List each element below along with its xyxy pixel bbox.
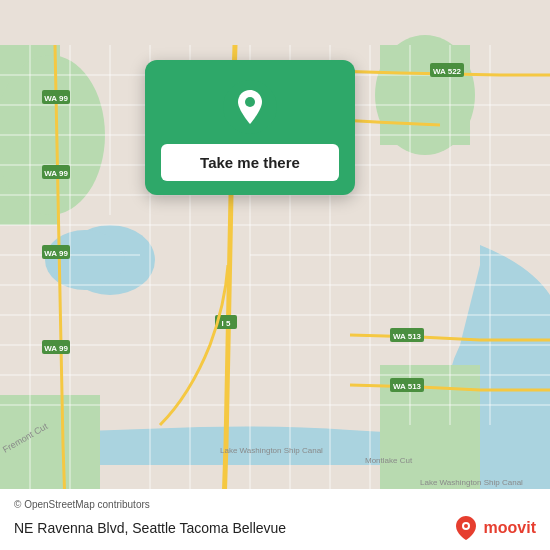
svg-point-61: [464, 524, 468, 528]
svg-text:WA 99: WA 99: [44, 169, 68, 178]
svg-text:WA 99: WA 99: [44, 344, 68, 353]
svg-text:WA 99: WA 99: [44, 94, 68, 103]
take-me-there-button[interactable]: Take me there: [161, 144, 339, 181]
svg-point-6: [375, 35, 475, 155]
svg-text:WA 522: WA 522: [433, 67, 462, 76]
map-container: I 5 I 5 WA 99 WA 99 WA 99 WA 99 WA 522 W…: [0, 0, 550, 550]
svg-text:Lake Washington Ship Canal: Lake Washington Ship Canal: [220, 446, 323, 455]
navigation-card: Take me there: [145, 60, 355, 195]
map-attribution: © OpenStreetMap contributors: [14, 499, 536, 510]
svg-text:Lake Washington Ship Canal: Lake Washington Ship Canal: [420, 478, 523, 487]
svg-text:WA 513: WA 513: [393, 332, 422, 341]
svg-point-2: [45, 230, 125, 290]
moovit-brand-text: moovit: [484, 519, 536, 537]
svg-text:WA 513: WA 513: [393, 382, 422, 391]
svg-text:I 5: I 5: [222, 319, 231, 328]
moovit-brand-icon: [452, 514, 480, 542]
svg-text:WA 99: WA 99: [44, 249, 68, 258]
moovit-logo: moovit: [452, 514, 536, 542]
location-label: NE Ravenna Blvd, Seattle Tacoma Bellevue: [14, 520, 286, 536]
location-pin-icon: [223, 80, 277, 134]
svg-point-59: [245, 97, 255, 107]
bottom-bar: © OpenStreetMap contributors NE Ravenna …: [0, 489, 550, 550]
svg-text:Montlake Cut: Montlake Cut: [365, 456, 413, 465]
